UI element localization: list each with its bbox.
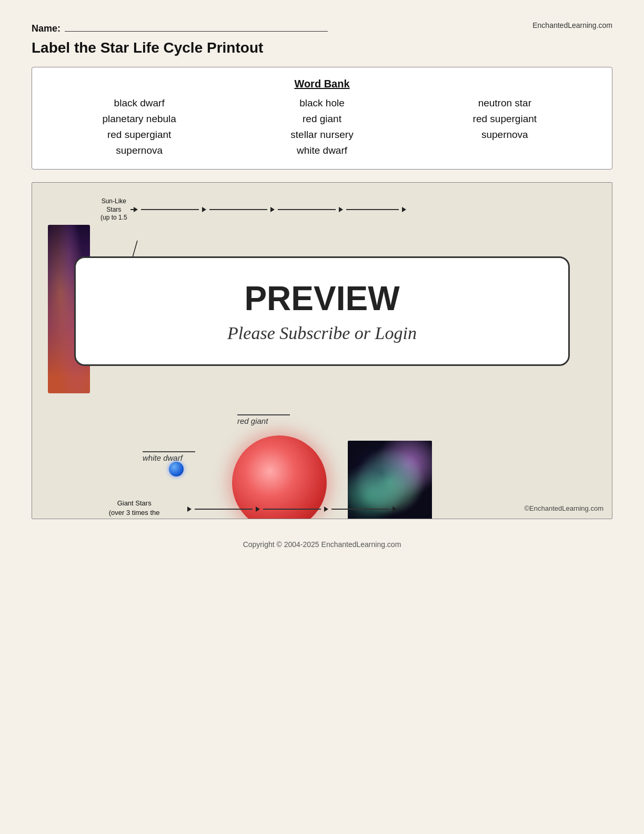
word-bank-item: supernova <box>414 129 596 141</box>
word-bank-grid: black dwarf black hole neutron star plan… <box>48 97 596 156</box>
sun-like-label: Sun-LikeStars(up to 1.5 <box>100 197 127 222</box>
word-bank-item: black dwarf <box>48 97 230 109</box>
header: Name: EnchantedLearning.com <box>32 21 612 34</box>
word-bank-title: Word Bank <box>48 78 596 90</box>
top-arrow-3 <box>270 207 275 212</box>
preview-title: PREVIEW <box>97 279 547 318</box>
bottom-arrow-1 <box>187 507 192 512</box>
bottom-blank-3 <box>331 509 389 510</box>
footer-copyright: Copyright © 2004-2025 EnchantedLearning.… <box>32 540 612 549</box>
word-bank-item: neutron star <box>414 97 596 109</box>
top-arrow-2 <box>202 207 206 212</box>
top-arrow-4 <box>339 207 343 212</box>
bottom-arrows-row <box>187 507 397 512</box>
bottom-arrow-4 <box>393 507 397 512</box>
word-bank-item: red supergiant <box>414 113 596 125</box>
name-input-line[interactable] <box>65 21 328 32</box>
site-url: EnchantedLearning.com <box>532 21 612 29</box>
blank-2 <box>209 209 267 210</box>
diagram-box: Sun-LikeStars(up to 1.5 PREVIEW Please S… <box>32 182 612 519</box>
bottom-blank-1 <box>195 509 253 510</box>
word-bank-item: red supergiant <box>48 129 230 141</box>
page-title: Label the Star Life Cycle Printout <box>32 39 612 56</box>
blank-3 <box>278 209 336 210</box>
bottom-blank-2 <box>263 509 321 510</box>
word-bank-item: black hole <box>230 97 413 109</box>
word-bank-item: stellar nursery <box>230 129 413 141</box>
word-bank-item <box>414 145 596 156</box>
diagram-copyright: ©EnchantedLearning.com <box>524 504 603 512</box>
white-dwarf-label: white dwarf <box>143 451 195 462</box>
preview-overlay: PREVIEW Please Subscribe or Login <box>74 256 570 366</box>
top-arrow-1 <box>130 207 138 212</box>
name-label: Name: <box>32 23 61 34</box>
blank-1 <box>141 209 199 210</box>
bottom-arrow-2 <box>256 507 260 512</box>
bottom-arrow-3 <box>324 507 328 512</box>
word-bank-item: red giant <box>230 113 413 125</box>
sun-like-stars-path: Sun-LikeStars(up to 1.5 <box>100 197 406 222</box>
word-bank-item: white dwarf <box>230 145 413 156</box>
preview-subtitle: Please Subscribe or Login <box>97 323 547 343</box>
top-arrow-5 <box>402 207 406 212</box>
word-bank-item: planetary nebula <box>48 113 230 125</box>
word-bank-item: supernova <box>48 145 230 156</box>
red-giant-label: red giant <box>237 414 290 425</box>
name-row: Name: <box>32 21 328 34</box>
word-bank-box: Word Bank black dwarf black hole neutron… <box>32 67 612 170</box>
giant-stars-label: Giant Stars(over 3 times themass of the … <box>108 499 160 519</box>
white-dwarf-dot <box>169 462 184 476</box>
blank-4 <box>346 209 399 210</box>
